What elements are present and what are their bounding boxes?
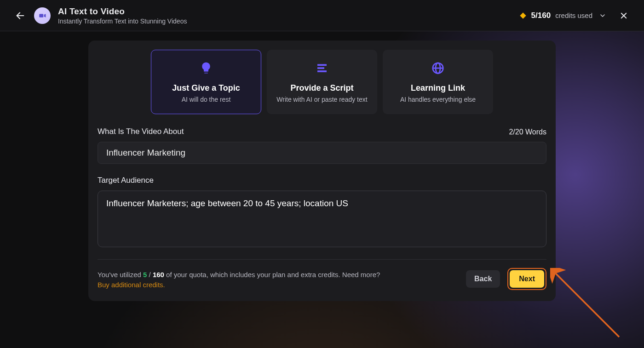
svg-rect-8 <box>317 70 327 72</box>
top-bar: AI Text to Video Instantly Transform Tex… <box>0 0 644 31</box>
svg-rect-6 <box>317 64 327 66</box>
next-button-highlight: Next <box>507 268 546 290</box>
audience-label: Target Audience <box>98 176 546 185</box>
option-card-topic[interactable]: Just Give a Topic AI will do the rest <box>151 50 261 114</box>
option-title: Just Give a Topic <box>172 83 240 93</box>
footer-row: You've utilized 5 / 160 of your quota, w… <box>98 268 546 290</box>
option-card-script[interactable]: Provide a Script Write with AI or paste … <box>267 50 377 114</box>
next-button[interactable]: Next <box>510 270 544 288</box>
option-card-link[interactable]: Learning Link AI handles everything else <box>383 50 493 114</box>
lightbulb-icon <box>199 61 213 75</box>
svg-marker-3 <box>520 12 526 18</box>
option-subtitle: Write with AI or paste ready text <box>276 96 367 103</box>
credits-label: credits used <box>555 12 592 19</box>
quota-suffix: of your quota, which includes your plan … <box>164 271 380 278</box>
option-row: Just Give a Topic AI will do the rest Pr… <box>98 50 546 114</box>
audience-textarea[interactable] <box>106 197 538 222</box>
chevron-down-icon <box>599 12 606 19</box>
svg-marker-2 <box>44 14 46 17</box>
arrow-left-icon <box>15 11 25 21</box>
script-lines-icon <box>315 61 329 75</box>
credits-indicator[interactable]: 5/160 credits used <box>519 11 606 20</box>
video-camera-icon <box>38 12 46 20</box>
close-button[interactable] <box>615 6 633 25</box>
quota-slash: / <box>147 271 153 278</box>
main-panel: Just Give a Topic AI will do the rest Pr… <box>88 41 556 301</box>
option-subtitle: AI handles everything else <box>400 96 476 103</box>
quota-block: You've utilized 5 / 160 of your quota, w… <box>98 269 380 289</box>
buy-credits-link[interactable]: Buy additional credits. <box>98 281 165 289</box>
option-subtitle: AI will do the rest <box>182 96 231 103</box>
back-arrow-button[interactable] <box>11 6 29 25</box>
topic-word-count: 2/20 Words <box>509 128 546 136</box>
page-subtitle: Instantly Transform Text into Stunning V… <box>58 17 187 25</box>
svg-rect-1 <box>39 14 43 17</box>
divider <box>98 259 546 260</box>
title-block: AI Text to Video Instantly Transform Tex… <box>58 6 187 25</box>
quota-prefix: You've utilized <box>98 271 143 278</box>
svg-rect-7 <box>317 67 324 69</box>
credits-count: 5/160 <box>531 11 551 20</box>
close-icon <box>620 12 628 20</box>
audience-textarea-wrap[interactable] <box>98 191 546 247</box>
back-button[interactable]: Back <box>466 270 500 288</box>
quota-total: 160 <box>153 271 164 278</box>
option-title: Provide a Script <box>290 83 353 93</box>
page-title: AI Text to Video <box>58 6 187 17</box>
gem-icon <box>519 12 527 19</box>
globe-icon <box>431 61 445 75</box>
app-avatar <box>34 7 51 24</box>
topic-label: What Is The Video About <box>98 127 184 136</box>
option-title: Learning Link <box>411 83 465 93</box>
topic-input[interactable] <box>98 142 546 164</box>
